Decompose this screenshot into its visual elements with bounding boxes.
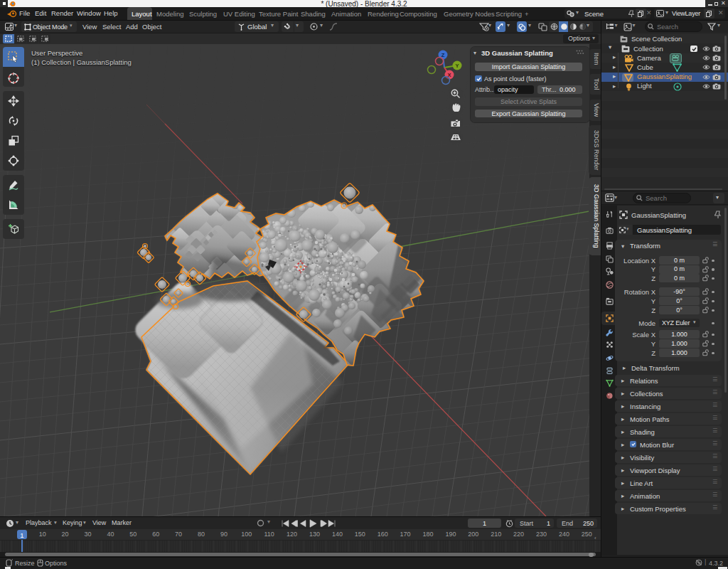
svg-text:Y: Y — [455, 63, 459, 69]
svg-text:Z: Z — [441, 52, 445, 58]
